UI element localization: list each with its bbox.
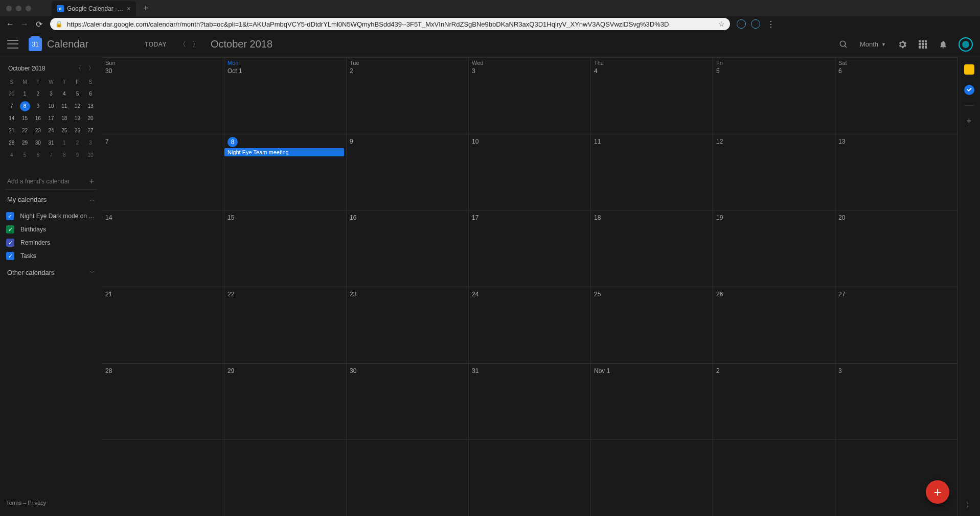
notifications-button[interactable]	[934, 35, 952, 54]
reload-button[interactable]: ⟳	[33, 18, 45, 30]
mini-day-cell[interactable]: 8	[59, 150, 70, 160]
mini-day-cell[interactable]: 11	[59, 101, 70, 111]
mini-day-cell[interactable]: 26	[72, 126, 82, 136]
mini-day-cell[interactable]: 6	[33, 150, 43, 160]
mini-day-cell[interactable]: 9	[33, 101, 43, 111]
create-event-fab[interactable]: +	[926, 480, 949, 504]
mini-day-cell[interactable]: 28	[7, 138, 17, 148]
calendar-item[interactable]: ✓Night Eye Dark mode on an...	[6, 209, 97, 223]
day-cell[interactable]: Tue2	[347, 57, 469, 134]
mini-day-cell[interactable]: 31	[46, 138, 56, 148]
mini-day-cell[interactable]: 24	[46, 126, 56, 136]
day-cell[interactable]: 17	[469, 210, 591, 287]
my-calendars-toggle[interactable]: My calendars ︿	[5, 190, 97, 209]
mini-day-cell[interactable]: 10	[85, 150, 96, 160]
day-cell[interactable]: Thu4	[591, 57, 713, 134]
mini-day-cell[interactable]: 17	[46, 113, 56, 124]
mini-day-cell[interactable]: 22	[20, 126, 30, 136]
prev-period-button[interactable]: 〈	[176, 38, 189, 51]
mini-day-cell[interactable]: 2	[72, 138, 82, 148]
day-cell[interactable]: 24	[469, 287, 591, 363]
day-cell[interactable]: MonOct 1	[224, 57, 347, 134]
settings-button[interactable]	[893, 35, 911, 54]
mini-day-cell[interactable]: 27	[85, 126, 96, 136]
account-avatar[interactable]	[959, 37, 973, 52]
mini-day-cell[interactable]: 5	[72, 89, 82, 99]
mini-day-cell[interactable]: 7	[46, 150, 56, 160]
mini-day-cell[interactable]: 9	[72, 150, 82, 160]
google-apps-button[interactable]	[914, 35, 932, 54]
main-menu-button[interactable]	[7, 39, 18, 50]
day-cell[interactable]: 13	[835, 134, 958, 210]
day-cell[interactable]: 25	[591, 287, 713, 363]
mini-day-cell[interactable]: 10	[46, 101, 56, 111]
event-chip[interactable]: Night Eye Team meeting	[224, 148, 344, 156]
tab-close-icon[interactable]: ×	[127, 5, 131, 13]
day-cell[interactable]: 30	[347, 363, 469, 440]
mini-day-cell[interactable]: 13	[85, 101, 96, 111]
extension-icon[interactable]	[751, 19, 760, 29]
tasks-icon[interactable]	[964, 85, 974, 95]
day-cell[interactable]: 28	[102, 363, 224, 440]
mini-day-cell[interactable]: 4	[59, 89, 70, 99]
day-cell[interactable]: Fri5	[713, 57, 835, 134]
calendar-item[interactable]: ✓Birthdays	[6, 223, 97, 236]
extension-icon[interactable]	[737, 19, 746, 29]
calendar-item[interactable]: ✓Tasks	[6, 249, 97, 263]
day-cell[interactable]	[224, 439, 347, 516]
mini-day-cell[interactable]: 1	[20, 89, 30, 99]
mini-day-cell[interactable]: 14	[7, 113, 17, 124]
day-cell[interactable]: 26	[713, 287, 835, 363]
day-cell[interactable]: 12	[713, 134, 835, 210]
mini-day-cell[interactable]: 7	[7, 101, 17, 111]
mini-day-cell[interactable]: 4	[7, 150, 17, 160]
mini-day-cell[interactable]: 30	[7, 89, 17, 99]
day-cell[interactable]: 19	[713, 210, 835, 287]
calendar-item[interactable]: ✓Reminders	[6, 236, 97, 249]
day-cell[interactable]: 29	[224, 363, 347, 440]
mini-day-cell[interactable]: 5	[20, 150, 30, 160]
mini-day-cell[interactable]: 3	[46, 89, 56, 99]
day-cell[interactable]: 23	[347, 287, 469, 363]
day-cell[interactable]: 31	[469, 363, 591, 440]
day-cell[interactable]: 27	[835, 287, 958, 363]
calendar-checkbox[interactable]: ✓	[6, 212, 14, 220]
keep-icon[interactable]	[964, 64, 974, 75]
mini-day-cell[interactable]: 20	[85, 113, 96, 124]
mini-day-cell[interactable]: 21	[7, 126, 17, 136]
mini-day-cell[interactable]: 15	[20, 113, 30, 124]
forward-button[interactable]: →	[18, 18, 31, 30]
day-cell[interactable]	[591, 439, 713, 516]
browser-menu-icon[interactable]: ⋮	[764, 19, 778, 29]
today-button[interactable]: TODAY	[140, 38, 172, 51]
other-calendars-toggle[interactable]: Other calendars ﹀	[5, 263, 97, 283]
maximize-window-icon[interactable]	[26, 6, 31, 11]
new-tab-button[interactable]: +	[143, 3, 149, 14]
view-selector[interactable]: Month ▼	[860, 40, 886, 48]
day-cell[interactable]: 16	[347, 210, 469, 287]
privacy-link[interactable]: Privacy	[28, 500, 46, 506]
mini-day-cell[interactable]: 8	[20, 101, 30, 111]
day-cell[interactable]	[469, 439, 591, 516]
mini-day-cell[interactable]: 23	[33, 126, 43, 136]
day-cell[interactable]: 21	[102, 287, 224, 363]
mini-day-cell[interactable]: 3	[85, 138, 96, 148]
day-cell[interactable]	[835, 439, 958, 516]
mini-day-cell[interactable]: 30	[33, 138, 43, 148]
day-cell[interactable]: 11	[591, 134, 713, 210]
day-cell[interactable]: 15	[224, 210, 347, 287]
day-cell[interactable]: 18	[591, 210, 713, 287]
day-cell[interactable]: 3	[835, 363, 958, 440]
day-cell[interactable]: 14	[102, 210, 224, 287]
addons-button[interactable]: +	[966, 116, 972, 127]
mini-next-button[interactable]: 〉	[88, 64, 94, 72]
mini-day-cell[interactable]: 25	[59, 126, 70, 136]
day-cell[interactable]	[713, 439, 835, 516]
mini-day-cell[interactable]: 29	[20, 138, 30, 148]
day-cell[interactable]: 22	[224, 287, 347, 363]
day-cell[interactable]: 2	[713, 363, 835, 440]
mini-day-cell[interactable]: 12	[72, 101, 82, 111]
search-button[interactable]	[834, 35, 853, 54]
mini-day-cell[interactable]: 18	[59, 113, 70, 124]
url-input[interactable]: 🔒 https://calendar.google.com/calendar/r…	[50, 18, 730, 30]
